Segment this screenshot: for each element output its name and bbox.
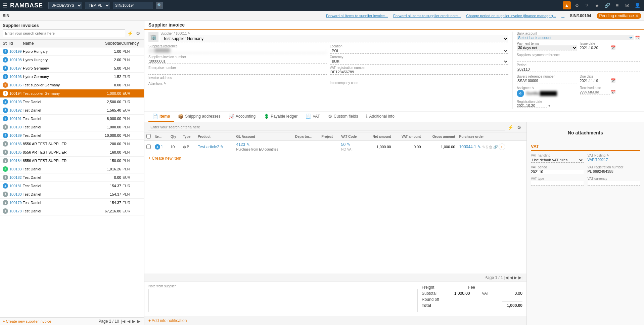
list-item[interactable]: 11001868556 AR TEST SUPPLIER200.00PLN xyxy=(0,140,144,148)
period-input[interactable] xyxy=(517,67,640,72)
list-item[interactable]: 1100190Test Daniel1,000.00PLN xyxy=(0,123,144,131)
tab-accounting[interactable]: 📈Accounting xyxy=(225,112,260,122)
filter-icon[interactable]: ⚡ xyxy=(127,31,133,36)
enterprise-number-input[interactable] xyxy=(148,70,327,75)
vat-posting-value[interactable]: VAP/100217 xyxy=(588,158,640,162)
issue-date-input[interactable] xyxy=(580,46,610,50)
list-item[interactable]: 11001848556 AR TEST SUPPLIER150.00PLN xyxy=(0,157,144,165)
location-select[interactable]: POL xyxy=(330,48,508,54)
tab-custom[interactable]: ⚙Custom fields xyxy=(324,112,362,122)
row-delete-btn[interactable]: 🗑 xyxy=(489,145,493,149)
items-first-page[interactable]: |◀ xyxy=(504,275,508,280)
vat-handling-select[interactable]: Use default VAT rules xyxy=(531,158,584,163)
received-date-input[interactable] xyxy=(580,90,610,94)
list-item[interactable]: 3100183Test Daniel1,016.26PLN xyxy=(0,165,144,173)
item-product[interactable]: Test article2 ✎ xyxy=(198,145,224,149)
vat-currency-input[interactable] xyxy=(588,181,640,186)
forward-invoice-link[interactable]: Forward all items to supplier invoice... xyxy=(326,14,388,18)
registration-date-input[interactable] xyxy=(517,104,547,108)
global-search-input[interactable] xyxy=(113,2,153,9)
mail-icon-button[interactable]: ✉ xyxy=(623,1,631,9)
tab-shipping[interactable]: 📦Shipping addresses xyxy=(174,112,224,122)
menu-icon-button[interactable]: ≡ xyxy=(613,1,621,9)
list-item[interactable]: 1100180Test Daniel154.37PLN xyxy=(0,190,144,199)
table-row[interactable]: 4 1 10 ⚙ P Test article2 ✎ 4123 ✎ Purcha… xyxy=(144,141,526,153)
vat-type-input[interactable] xyxy=(531,181,584,186)
payment-ref-input[interactable] xyxy=(517,57,640,62)
tab-vat[interactable]: 🧾VAT xyxy=(302,112,324,122)
vat-reg-input[interactable] xyxy=(330,70,508,75)
tab-items[interactable]: 📄Items xyxy=(148,112,174,122)
due-date-input[interactable] xyxy=(580,79,610,83)
company-dropdown[interactable]: JHCDEVSYS xyxy=(48,2,82,9)
bank-account-select[interactable]: Select bank account xyxy=(517,35,634,40)
list-item[interactable]: 4100196Hydro Germany1.52EUR xyxy=(0,73,144,81)
registration-date-expand-icon[interactable]: ▼ xyxy=(548,104,551,108)
global-search-button[interactable]: 🔍 xyxy=(156,2,163,9)
help-icon-button[interactable]: ? xyxy=(583,1,591,9)
list-item[interactable]: 4100192Test Daniel1,565.40EUR xyxy=(0,106,144,115)
star-icon-button[interactable]: ★ xyxy=(593,1,601,9)
currency-select[interactable]: EUR xyxy=(330,59,508,65)
template-dropdown[interactable]: TEM-PL xyxy=(85,2,110,9)
list-item[interactable]: 9100195Test supplier Germany0.00PLN xyxy=(0,81,144,89)
row-link-btn[interactable]: 🔗 xyxy=(493,145,498,149)
item-purchase-order[interactable]: 100044-1 ✎ xyxy=(459,145,481,149)
close-badge-button[interactable]: ✕ xyxy=(635,13,639,18)
add-item-row[interactable]: + Create new item xyxy=(144,153,526,163)
change-period-link[interactable]: Change period on supplier invoice (finan… xyxy=(466,14,556,18)
note-textarea[interactable] xyxy=(148,289,418,312)
list-item[interactable]: 11001858556 AR TEST SUPPLIER160.00PLN xyxy=(0,148,144,157)
row-checkbox[interactable] xyxy=(146,145,151,149)
buyers-ref-input[interactable] xyxy=(517,78,577,83)
list-item[interactable]: 4100193Test Daniel2,500.00EUR xyxy=(0,98,144,106)
payment-terms-select[interactable]: 30 days net xyxy=(517,45,577,50)
items-search-input[interactable] xyxy=(148,124,505,130)
link-icon-button[interactable]: 🔗 xyxy=(603,1,611,9)
supplier-name-select[interactable]: Test supplier Germany xyxy=(160,35,508,42)
list-item[interactable]: 4100189Test Daniel10,000.00PLN xyxy=(0,131,144,140)
items-next-page[interactable]: ▶ xyxy=(514,275,517,280)
prev-page-button[interactable]: ◀ xyxy=(127,319,130,324)
row-copy-btn[interactable]: ⎘ xyxy=(486,145,488,149)
items-last-page[interactable]: ▶| xyxy=(518,275,522,280)
first-page-button[interactable]: |◀ xyxy=(121,319,125,324)
hamburger-icon[interactable]: ☰ xyxy=(3,2,7,9)
add-info-row[interactable]: + Add info notification xyxy=(144,316,526,325)
user-icon-button[interactable]: 👤 xyxy=(633,1,641,9)
create-invoice-link[interactable]: + Create new supplier invoice xyxy=(3,319,51,323)
tab-additional[interactable]: ℹAdditional info xyxy=(362,112,398,122)
list-item[interactable]: 4100199Hydro Hungary1.00PLN xyxy=(0,47,144,56)
vat-period-input[interactable] xyxy=(531,170,584,174)
roundoff-input[interactable] xyxy=(502,297,522,302)
alert-icon-button[interactable]: ▲ xyxy=(563,1,571,9)
next-page-button[interactable]: ▶ xyxy=(132,319,135,324)
list-item[interactable]: 4100181Test Daniel154.37EUR xyxy=(0,182,144,190)
list-item[interactable]: 1100182Test Daniel0.00EUR xyxy=(0,173,144,182)
tab-payable[interactable]: 💲Payable ledger xyxy=(260,112,302,122)
row-edit-btn[interactable]: ✎ xyxy=(482,145,485,149)
settings-icon-button[interactable]: ⚙ xyxy=(573,1,581,9)
select-all-checkbox[interactable] xyxy=(146,134,151,138)
issue-date-calendar-icon[interactable]: 📅 xyxy=(611,45,616,50)
list-item[interactable]: 1100179Test Daniel154.37EUR xyxy=(0,199,144,207)
items-filter-icon[interactable]: ⚡ xyxy=(507,125,514,130)
add-info-label[interactable]: + Add info notification xyxy=(148,318,187,323)
left-search-input[interactable] xyxy=(3,29,125,37)
forward-credit-note-link[interactable]: Forward all items to supplier credit not… xyxy=(393,14,461,18)
list-item[interactable]: 4100198Hydro Hungary2.00PLN xyxy=(0,56,144,64)
last-page-button[interactable]: ▶| xyxy=(137,319,141,324)
items-prev-page[interactable]: ◀ xyxy=(510,275,513,280)
list-item[interactable]: 4100194Test supplier Germany1,000.00EUR xyxy=(0,89,144,98)
invoice-number-input[interactable] xyxy=(148,59,327,64)
items-settings-icon[interactable]: ⚙ xyxy=(516,125,522,130)
list-item[interactable]: 4100191Test Daniel8,000.00PLN xyxy=(0,115,144,123)
search-settings-icon[interactable]: ⚙ xyxy=(135,31,141,36)
add-item-label[interactable]: + Create new item xyxy=(148,156,181,161)
row-expand-btn[interactable]: › xyxy=(499,144,505,150)
more-actions-link[interactable]: ... xyxy=(561,14,564,18)
list-item[interactable]: 4100197Hydro Germany5.00PLN xyxy=(0,64,144,73)
due-date-calendar-icon[interactable]: 📅 xyxy=(611,78,616,83)
supplier-ref-input[interactable] xyxy=(148,48,327,53)
item-number[interactable]: 1 xyxy=(161,145,163,149)
